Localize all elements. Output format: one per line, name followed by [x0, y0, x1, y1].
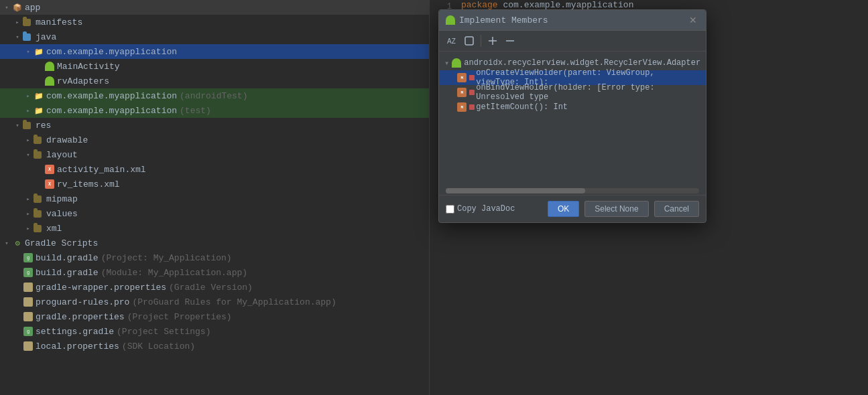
tree-item-java[interactable]: ▾ java — [0, 29, 429, 44]
dialog-title-text: Implement Members — [459, 15, 548, 25]
tree-item-activity-main-xml[interactable]: ▸ X activity_main.xml — [0, 162, 429, 177]
project-tree[interactable]: ▾ 📦 app ▸ manifests ▾ java ▾ 📁 com.examp… — [0, 0, 429, 395]
implement-members-dialog[interactable]: Implement Members ✕ AZ — [438, 9, 706, 223]
select-none-button[interactable]: Select None — [584, 201, 648, 217]
collapse-button[interactable] — [503, 33, 517, 48]
toolbar-separator — [481, 35, 481, 47]
copy-javadoc-area[interactable]: Copy JavaDoc — [446, 204, 542, 214]
chevron-layout: ▾ — [24, 151, 32, 159]
dialog-root-chevron: ▾ — [444, 58, 449, 68]
tree-label-values: values — [46, 209, 78, 219]
dialog-scrollbar-thumb[interactable] — [446, 188, 585, 193]
dialog-indent-3: ▾ — [444, 102, 449, 112]
tree-secondary-proguard: (ProGuard Rules for My_Application.app) — [132, 297, 336, 307]
tree-item-gradle-scripts[interactable]: ▾ ⚙ Gradle Scripts — [0, 236, 429, 250]
tree-label-activity-main-xml: activity_main.xml — [57, 165, 146, 175]
method-icon-oncreatevh: M — [457, 73, 467, 82]
tree-secondary-androidtest: (androidTest) — [180, 91, 247, 101]
tree-item-androidtest[interactable]: ▸ 📁 com.example.myapplication (androidTe… — [0, 88, 429, 103]
tree-item-manifests[interactable]: ▸ manifests — [0, 15, 429, 29]
tree-item-gradle-properties[interactable]: ▸ gradle.properties (Project Properties) — [0, 309, 429, 324]
chevron-drawable: ▸ — [24, 136, 32, 144]
ok-button[interactable]: OK — [548, 201, 579, 217]
java-icon-mainactivity — [44, 61, 55, 72]
tree-label-manifests: manifests — [36, 17, 82, 27]
tree-label-proguard: proguard-rules.pro — [36, 297, 129, 307]
method-dot-onbindvh — [469, 90, 475, 95]
method-icon-getitemcount: M — [457, 102, 467, 112]
dialog-method-label-3: getItemCount(): Int — [476, 102, 568, 112]
props-icon-1 — [23, 282, 34, 293]
tree-item-build-gradle-module[interactable]: ▸ g build.gradle (Module: My_Application… — [0, 265, 429, 280]
dialog-scrollbar-track[interactable] — [446, 188, 699, 193]
tree-item-xml-res[interactable]: ▸ xml — [0, 221, 429, 236]
package-icon-main: 📁 — [34, 46, 44, 57]
dialog-indent-2: ▾ — [444, 88, 449, 98]
tree-item-rv-items-xml[interactable]: ▸ X rv_items.xml — [0, 177, 429, 191]
dialog-method-onbindvh[interactable]: ▾ M onBindViewHolder(holder: [Error type… — [439, 85, 706, 100]
tree-item-app[interactable]: ▾ 📦 app — [0, 0, 429, 15]
dialog-footer: Copy JavaDoc OK Select None Cancel — [439, 195, 706, 222]
tree-secondary-local-properties: (SDK Location) — [122, 341, 195, 351]
tree-label-local-properties: local.properties — [36, 341, 119, 351]
gradle-icon-2: g — [23, 267, 34, 278]
tree-label-build-gradle-2: build.gradle — [36, 268, 99, 278]
dialog-close-button[interactable]: ✕ — [687, 14, 699, 26]
dialog-title-content: Implement Members — [446, 15, 548, 25]
svg-text:AZ: AZ — [447, 37, 456, 45]
chevron-androidtest: ▸ — [24, 92, 32, 100]
sort-alpha-button[interactable]: AZ — [444, 33, 459, 48]
method-dot-getitemcount — [469, 104, 475, 110]
cancel-button[interactable]: Cancel — [654, 201, 699, 217]
tree-label-package-main: com.example.myapplication — [46, 47, 177, 57]
tree-item-layout[interactable]: ▾ layout — [0, 147, 429, 162]
method-dot-oncreatevh — [469, 75, 475, 80]
dialog-method-label-2: onBindViewHolder(holder: [Error type: Un… — [476, 83, 700, 102]
tree-secondary-settings-gradle: (Project Settings) — [117, 327, 210, 337]
dialog-scrollbar-area[interactable] — [439, 185, 706, 195]
tree-item-package-main[interactable]: ▾ 📁 com.example.myapplication — [0, 44, 429, 59]
tree-item-local-properties[interactable]: ▸ local.properties (SDK Location) — [0, 339, 429, 353]
tree-item-build-gradle-project[interactable]: ▸ g build.gradle (Project: My_Applicatio… — [0, 250, 429, 265]
props-icon-3 — [23, 311, 34, 322]
sort-type-icon — [464, 35, 475, 46]
tree-secondary-test: (test) — [180, 106, 211, 116]
chevron-test: ▸ — [24, 106, 32, 114]
tree-label-mainactivity: MainActivity — [57, 62, 120, 72]
tree-item-test[interactable]: ▸ 📁 com.example.myapplication (test) — [0, 103, 429, 118]
tree-item-mainactivity[interactable]: ▸ MainActivity — [0, 59, 429, 74]
tree-item-settings-gradle[interactable]: ▸ g settings.gradle (Project Settings) — [0, 324, 429, 339]
tree-label-xml-res: xml — [46, 224, 62, 234]
tree-item-drawable[interactable]: ▸ drawable — [0, 133, 429, 147]
dialog-toolbar: AZ — [439, 31, 706, 52]
copy-javadoc-checkbox[interactable] — [446, 205, 454, 214]
tree-item-mipmap[interactable]: ▸ mipmap — [0, 191, 429, 206]
tree-label-settings-gradle: settings.gradle — [36, 327, 114, 337]
expand-button[interactable] — [485, 33, 500, 48]
java-icon-rvadapters — [44, 76, 55, 86]
sort-type-button[interactable] — [462, 33, 477, 48]
tree-secondary-build-gradle-1: (Project: My_Application) — [101, 253, 232, 263]
tree-label-test: com.example.myapplication — [46, 106, 177, 116]
tree-label-gradle-properties: gradle.properties — [36, 312, 125, 322]
props-icon-2 — [23, 297, 34, 307]
folder-icon-xml-res — [34, 223, 44, 234]
tree-label-gradle-scripts: Gradle Scripts — [25, 238, 98, 248]
tree-item-values[interactable]: ▸ values — [0, 206, 429, 221]
gradle-icon-1: g — [23, 252, 34, 263]
xml-icon-activity-main: X — [44, 164, 55, 175]
tree-label-res: res — [36, 121, 51, 131]
copy-javadoc-label: Copy JavaDoc — [457, 204, 515, 214]
tree-item-proguard[interactable]: ▸ proguard-rules.pro (ProGuard Rules for… — [0, 295, 429, 309]
tree-label-rvadapters: rvAdapters — [57, 76, 109, 86]
right-section: 1 2 3 4 5 6 7 package com.example.myappl… — [429, 0, 868, 395]
svg-rect-1 — [465, 37, 473, 45]
folder-icon-drawable — [34, 135, 44, 145]
folder-icon-manifests — [23, 17, 34, 27]
tree-item-rvadapters[interactable]: ▸ rvAdapters — [0, 74, 429, 88]
dialog-content[interactable]: ▾ androidx.recyclerview.widget.RecyclerV… — [439, 52, 706, 185]
tree-secondary-build-gradle-2: (Module: My_Application.app) — [101, 268, 247, 278]
tree-item-gradle-wrapper[interactable]: ▸ gradle-wrapper.properties (Gradle Vers… — [0, 280, 429, 295]
dialog-method-getitemcount[interactable]: ▾ M getItemCount(): Int — [439, 100, 706, 114]
tree-item-res[interactable]: ▾ res — [0, 118, 429, 133]
